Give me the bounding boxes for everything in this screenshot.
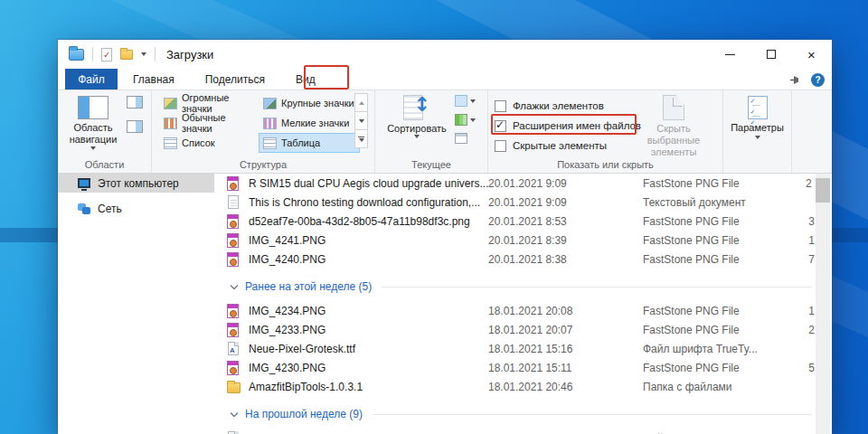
ribbon-group-options: ✓✓✓ Параметры xyxy=(723,90,792,173)
vertical-scrollbar[interactable] xyxy=(816,174,830,434)
ribbon: Область навигации Области Огромные значк… xyxy=(58,90,832,174)
file-name: AmazfitBipTools-1.0.3.1 xyxy=(249,381,488,393)
file-row[interactable]: d52eaf7e-00ba-43d2-8b05-47a11b98df3c.png… xyxy=(227,212,832,231)
file-name: IMG_4233.PNG xyxy=(249,324,488,336)
group-header[interactable]: Ранее на этой неделе (5) xyxy=(227,276,832,297)
size-columns-button[interactable] xyxy=(455,133,476,144)
file-row[interactable]: Neue-Pixel-Grotesk.ttf18.01.2021 15:16Фа… xyxy=(227,339,832,358)
ribbon-tab-row: Файл Главная Поделиться Вид ? xyxy=(58,69,832,90)
layout-gallery: Огромные значкиОбычные значкиСписокКрупн… xyxy=(159,93,360,153)
checkbox-item-checkboxes-box[interactable] xyxy=(495,100,506,112)
navigation-pane-button[interactable]: Область навигации xyxy=(65,93,121,156)
chevron-down-icon xyxy=(230,411,239,418)
properties-icon[interactable] xyxy=(101,48,112,61)
file-type: FastStone PNG File xyxy=(643,215,806,228)
file-row[interactable]: This is Chrono testing download configur… xyxy=(227,193,832,212)
ribbon-group-current-view: ↕ Сортировать Текущее представление xyxy=(375,90,488,173)
checkbox-file-extensions[interactable]: Расширения имен файлов xyxy=(495,116,641,136)
large-view-icon xyxy=(263,98,277,109)
details-pane-button[interactable] xyxy=(127,120,143,133)
navigation-pane-label: Область навигации xyxy=(65,122,121,146)
ribbon-group-label xyxy=(723,158,791,173)
file-row[interactable]: IMG_4234.PNG18.01.2021 20:08FastStone PN… xyxy=(227,301,832,320)
chevron-down-icon xyxy=(230,284,239,290)
file-list: R SIM15 dual CPU Aegis cloud upgrade uni… xyxy=(214,174,832,434)
tab-share[interactable]: Поделиться xyxy=(190,69,280,90)
checkbox-label: Скрытые элементы xyxy=(513,140,607,151)
file-date-modified: 20.01.2021 9:09 xyxy=(488,177,643,190)
group-by-button[interactable] xyxy=(455,95,476,107)
ribbon-group-label: Структура xyxy=(152,158,374,173)
checkbox-hidden-items-box[interactable] xyxy=(495,140,506,152)
faststone-png-icon xyxy=(227,214,239,229)
sidebar-item-this-pc[interactable]: Этот компьютер xyxy=(58,174,214,193)
layout-item-label: Крупные значки xyxy=(281,98,354,108)
layout-item-label: Мелкие значки xyxy=(281,118,349,128)
layout-item-large[interactable]: Крупные значки xyxy=(259,93,360,113)
file-type: FastStone PNG File xyxy=(643,177,806,190)
file-row[interactable]: gimp-2.10.22-x86_64-2.dmg17.01.2021 13:3… xyxy=(227,429,832,434)
file-row[interactable]: IMG_4230.PNG18.01.2021 15:11FastStone PN… xyxy=(227,358,832,377)
tab-view[interactable]: Вид xyxy=(280,69,331,90)
file-date-modified: 18.01.2021 15:16 xyxy=(488,343,643,355)
layout-item-small[interactable]: Мелкие значки xyxy=(259,113,360,133)
maximize-icon xyxy=(767,50,776,59)
file-name: Neue-Pixel-Grotesk.ttf xyxy=(249,343,488,355)
file-type: Текстовый документ xyxy=(643,196,806,209)
folder-icon xyxy=(227,382,241,393)
preview-pane-button[interactable] xyxy=(127,96,143,108)
sort-icon: ↕ xyxy=(403,95,430,120)
sort-button[interactable]: ↕ Сортировать xyxy=(384,93,449,138)
add-columns-icon xyxy=(455,114,467,126)
table-view-icon xyxy=(263,137,277,149)
file-type: FastStone PNG File xyxy=(643,324,806,336)
file-row[interactable]: R SIM15 dual CPU Aegis cloud upgrade uni… xyxy=(227,174,832,193)
gallery-scroll-up-button[interactable] xyxy=(354,93,368,112)
file-type: FastStone PNG File xyxy=(643,305,806,317)
minimize-button[interactable] xyxy=(710,40,750,69)
normal-view-icon xyxy=(164,118,177,129)
text-file-icon xyxy=(228,195,239,209)
checkbox-hidden-items[interactable]: Скрытые элементы xyxy=(495,136,641,156)
tab-home[interactable]: Главная xyxy=(118,69,190,90)
layout-item-list[interactable]: Список xyxy=(159,133,259,153)
group-header[interactable]: На прошлой неделе (9) xyxy=(227,403,832,425)
qat-dropdown-icon[interactable] xyxy=(141,52,146,56)
window-controls: × xyxy=(710,40,832,69)
file-name: This is Chrono testing download configur… xyxy=(249,196,488,209)
file-row[interactable]: IMG_4241.PNG20.01.2021 8:39FastStone PNG… xyxy=(227,231,832,250)
faststone-png-icon xyxy=(227,233,239,248)
tab-file[interactable]: Файл xyxy=(65,69,118,90)
faststone-png-icon xyxy=(227,323,239,337)
sidebar-item-network[interactable]: Сеть xyxy=(58,199,214,218)
gallery-more-button[interactable] xyxy=(354,129,368,148)
new-folder-icon[interactable] xyxy=(120,50,133,60)
maximize-button[interactable] xyxy=(750,40,791,69)
scrollbar-thumb[interactable] xyxy=(816,178,830,203)
gallery-scroll-down-button[interactable] xyxy=(354,111,368,130)
checkbox-file-extensions-box[interactable] xyxy=(495,120,506,132)
file-row[interactable]: IMG_4240.PNG20.01.2021 8:38FastStone PNG… xyxy=(227,250,832,269)
file-row[interactable]: IMG_4233.PNG18.01.2021 20:07FastStone PN… xyxy=(227,320,832,339)
computer-icon xyxy=(78,178,90,188)
add-columns-button[interactable] xyxy=(455,114,476,126)
file-name: IMG_4234.PNG xyxy=(249,305,488,317)
sort-label: Сортировать xyxy=(387,123,447,135)
faststone-png-icon xyxy=(227,304,239,318)
checkbox-item-checkboxes[interactable]: Флажки элементов xyxy=(495,96,641,116)
list-view-icon xyxy=(164,137,177,149)
minimize-icon xyxy=(725,54,735,55)
layout-item-normal[interactable]: Обычные значки xyxy=(159,113,259,133)
chevron-down-icon xyxy=(755,136,760,139)
close-button[interactable]: × xyxy=(791,40,832,69)
file-row[interactable]: AmazfitBipTools-1.0.3.118.01.2021 20:46П… xyxy=(227,377,832,396)
hide-selected-button[interactable]: Скрыть выбранные элементы xyxy=(630,93,717,158)
chevron-down-icon xyxy=(470,99,476,103)
pin-ribbon-icon[interactable] xyxy=(789,74,802,86)
layout-item-huge[interactable]: Огромные значки xyxy=(159,93,259,113)
ribbon-group-show-hide: Флажки элементовРасширения имен файловСк… xyxy=(488,90,723,173)
help-icon[interactable]: ? xyxy=(811,73,825,87)
layout-item-table[interactable]: Таблица xyxy=(259,133,360,153)
faststone-png-icon xyxy=(227,361,239,375)
options-button[interactable]: ✓✓✓ Параметры xyxy=(725,93,790,139)
